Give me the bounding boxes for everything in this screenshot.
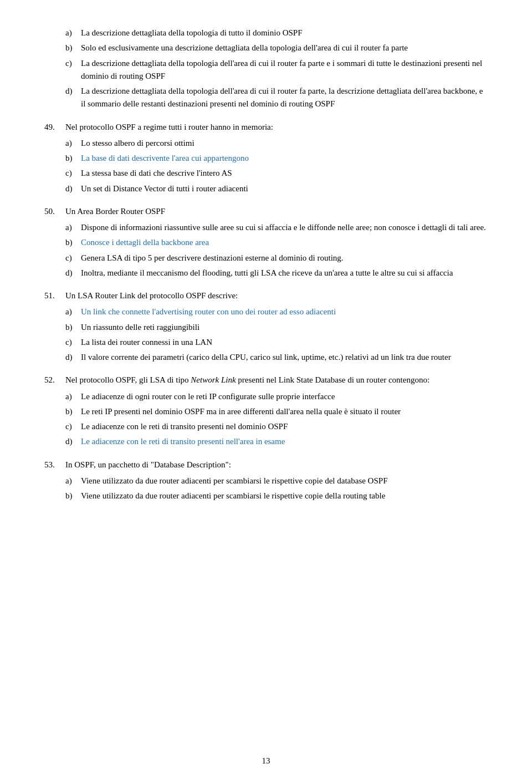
q53-text: In OSPF, un pacchetto di "Database Descr…	[65, 459, 488, 471]
answer-label: a)	[65, 27, 81, 39]
answer-label: b)	[65, 152, 81, 165]
list-item: a) Dispone di informazioni riassuntive s…	[65, 221, 488, 234]
answer-label: d)	[65, 267, 81, 279]
q49-header: 49. Nel protocollo OSPF a regime tutti i…	[44, 121, 488, 134]
q52-text: Nel protocollo OSPF, gli LSA di tipo Net…	[65, 374, 488, 386]
answer-label: d)	[65, 85, 81, 98]
q52-block: 52. Nel protocollo OSPF, gli LSA di tipo…	[44, 374, 488, 448]
q52-answer-list: a) Le adiacenze di ogni router con le re…	[65, 390, 488, 449]
answer-label: c)	[65, 420, 81, 433]
answer-label: a)	[65, 137, 81, 150]
answer-text-highlighted: Conosce i dettagli della backbone area	[81, 236, 488, 249]
list-item: d) La descrizione dettagliata della topo…	[65, 85, 488, 111]
answer-text: La stessa base di dati che descrive l'in…	[81, 167, 488, 180]
answer-label: c)	[65, 167, 81, 180]
list-item: c) La lista dei router connessi in una L…	[65, 336, 488, 349]
list-item: a) La descrizione dettagliata della topo…	[65, 27, 488, 39]
q53-answer-list: a) Viene utilizzato da due router adiace…	[65, 475, 488, 503]
answer-text: Genera LSA di tipo 5 per descrivere dest…	[81, 252, 488, 264]
answer-label: c)	[65, 336, 81, 349]
answer-text: Le adiacenze con le reti di transito pre…	[81, 420, 488, 433]
q52-header: 52. Nel protocollo OSPF, gli LSA di tipo…	[44, 374, 488, 386]
q50-block: 50. Un Area Border Router OSPF a) Dispon…	[44, 205, 488, 279]
answer-text: La lista dei router connessi in una LAN	[81, 336, 488, 349]
list-item: b) La base di dati descrivente l'area cu…	[65, 152, 488, 165]
answer-label: d)	[65, 435, 81, 448]
answer-label: a)	[65, 306, 81, 318]
answer-text: Viene utilizzato da due router adiacenti…	[81, 475, 488, 487]
answer-text: Le adiacenze di ogni router con le reti …	[81, 390, 488, 403]
answer-label: c)	[65, 252, 81, 264]
q49-block: 49. Nel protocollo OSPF a regime tutti i…	[44, 121, 488, 195]
list-item: b) Viene utilizzato da due router adiace…	[65, 490, 488, 502]
q48-continuation: a) La descrizione dettagliata della topo…	[44, 27, 488, 111]
answer-text-highlighted: Le adiacenze con le reti di transito pre…	[81, 435, 488, 448]
list-item: c) La stessa base di dati che descrive l…	[65, 167, 488, 180]
list-item: d) Le adiacenze con le reti di transito …	[65, 435, 488, 448]
answer-label: b)	[65, 405, 81, 418]
q50-answer-list: a) Dispone di informazioni riassuntive s…	[65, 221, 488, 279]
list-item: c) Le adiacenze con le reti di transito …	[65, 420, 488, 433]
q52-number: 52.	[44, 374, 65, 386]
list-item: d) Un set di Distance Vector di tutti i …	[65, 182, 488, 195]
q50-number: 50.	[44, 205, 65, 218]
list-item: c) Genera LSA di tipo 5 per descrivere d…	[65, 252, 488, 264]
answer-label: b)	[65, 490, 81, 502]
answer-label: a)	[65, 221, 81, 234]
answer-text: Lo stesso albero di percorsi ottimi	[81, 137, 488, 150]
list-item: a) Viene utilizzato da due router adiace…	[65, 475, 488, 487]
answer-text: La descrizione dettagliata della topolog…	[81, 57, 488, 83]
answer-label: b)	[65, 42, 81, 54]
q51-number: 51.	[44, 289, 65, 302]
q53-number: 53.	[44, 459, 65, 471]
q50-text: Un Area Border Router OSPF	[65, 205, 488, 218]
answer-text-highlighted: La base di dati descrivente l'area cui a…	[81, 152, 488, 165]
answer-text-highlighted: Un link che connette l'advertising route…	[81, 306, 488, 318]
list-item: d) Il valore corrente dei parametri (car…	[65, 351, 488, 364]
answer-text: Viene utilizzato da due router adiacenti…	[81, 490, 488, 502]
list-item: a) Lo stesso albero di percorsi ottimi	[65, 137, 488, 150]
page: a) La descrizione dettagliata della topo…	[0, 0, 532, 784]
answer-label: d)	[65, 182, 81, 195]
answer-label: a)	[65, 475, 81, 487]
list-item: b) Un riassunto delle reti raggiungibili	[65, 321, 488, 334]
list-item: c) La descrizione dettagliata della topo…	[65, 57, 488, 83]
answer-text: Un set di Distance Vector di tutti i rou…	[81, 182, 488, 195]
q52-text-italic: Network Link	[191, 375, 236, 384]
q49-text: Nel protocollo OSPF a regime tutti i rou…	[65, 121, 488, 134]
answer-text: Inoltra, mediante il meccanismo del floo…	[81, 267, 488, 279]
answer-label: b)	[65, 236, 81, 249]
q51-block: 51. Un LSA Router Link del protocollo OS…	[44, 289, 488, 364]
answer-text: Un riassunto delle reti raggiungibili	[81, 321, 488, 334]
q49-answer-list: a) Lo stesso albero di percorsi ottimi b…	[65, 137, 488, 195]
list-item: b) Solo ed esclusivamente una descrizion…	[65, 42, 488, 54]
answer-label: c)	[65, 57, 81, 70]
q52-text-before: Nel protocollo OSPF, gli LSA di tipo	[65, 375, 191, 384]
list-item: a) Le adiacenze di ogni router con le re…	[65, 390, 488, 403]
list-item: a) Un link che connette l'advertising ro…	[65, 306, 488, 318]
answer-text: Solo ed esclusivamente una descrizione d…	[81, 42, 488, 54]
q53-header: 53. In OSPF, un pacchetto di "Database D…	[44, 459, 488, 471]
answer-text: La descrizione dettagliata della topolog…	[81, 27, 488, 39]
q51-text: Un LSA Router Link del protocollo OSPF d…	[65, 289, 488, 302]
q52-text-after: presenti nel Link State Database di un r…	[236, 375, 429, 384]
q51-answer-list: a) Un link che connette l'advertising ro…	[65, 306, 488, 364]
answer-text: Il valore corrente dei parametri (carico…	[81, 351, 488, 364]
list-item: b) Conosce i dettagli della backbone are…	[65, 236, 488, 249]
answer-label: a)	[65, 390, 81, 403]
answer-text: Le reti IP presenti nel dominio OSPF ma …	[81, 405, 488, 418]
q50-header: 50. Un Area Border Router OSPF	[44, 205, 488, 218]
q51-header: 51. Un LSA Router Link del protocollo OS…	[44, 289, 488, 302]
q49-number: 49.	[44, 121, 65, 134]
answer-text: Dispone di informazioni riassuntive sull…	[81, 221, 488, 234]
q48-answer-list: a) La descrizione dettagliata della topo…	[65, 27, 488, 111]
list-item: b) Le reti IP presenti nel dominio OSPF …	[65, 405, 488, 418]
page-number: 13	[0, 755, 532, 767]
q53-block: 53. In OSPF, un pacchetto di "Database D…	[44, 459, 488, 503]
list-item: d) Inoltra, mediante il meccanismo del f…	[65, 267, 488, 279]
answer-text: La descrizione dettagliata della topolog…	[81, 85, 488, 111]
answer-label: b)	[65, 321, 81, 334]
answer-label: d)	[65, 351, 81, 364]
